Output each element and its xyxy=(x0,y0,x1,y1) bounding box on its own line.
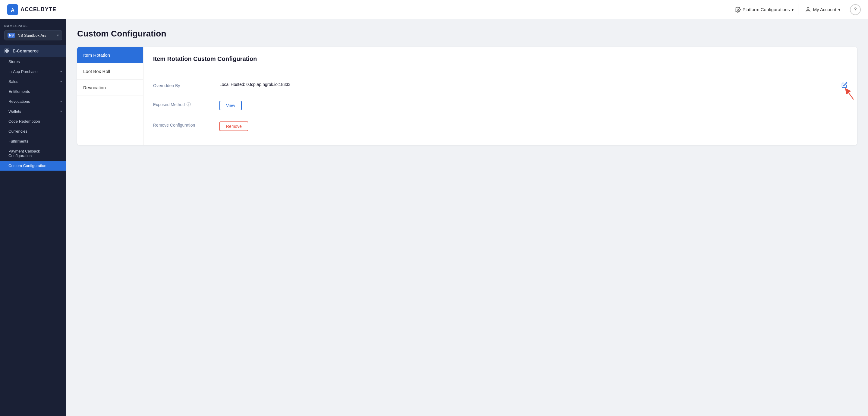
svg-rect-7 xyxy=(7,52,9,53)
config-row-overridden-by: Overridden By Local Hosted: 0.tcp.ap.ngr… xyxy=(153,77,847,95)
view-button[interactable]: View xyxy=(219,101,242,110)
exposed-method-value: View xyxy=(219,101,847,110)
config-row-remove: Remove Configuration Remove xyxy=(153,116,847,137)
exposed-method-label: Exposed Method ⓘ xyxy=(153,101,213,107)
sidebar-item-stores[interactable]: Stores xyxy=(0,57,66,67)
platform-configurations-chevron: ▾ xyxy=(792,7,794,12)
overridden-by-label: Overridden By xyxy=(153,82,213,88)
sidebar-item-payment-callback[interactable]: Payment Callback Configuration xyxy=(0,146,66,161)
sidebar-item-revocations[interactable]: Revocations ▾ xyxy=(0,96,66,107)
svg-rect-5 xyxy=(7,49,9,50)
svg-line-9 xyxy=(847,90,854,99)
overridden-by-value: Local Hosted: 0.tcp.ap.ngrok.io:18333 xyxy=(219,82,835,87)
sales-chevron-icon: ▾ xyxy=(60,80,62,84)
logo-icon: A xyxy=(7,4,18,15)
remove-button[interactable]: Remove xyxy=(219,121,248,131)
page-title: Custom Configuration xyxy=(77,29,857,38)
sidebar: NAMESPACE NS NS Sandbox Ars ▾ E-Commerce… xyxy=(0,19,66,416)
platform-configurations-label: Platform Configurations xyxy=(743,7,790,12)
svg-rect-4 xyxy=(5,49,6,50)
sidebar-item-in-app-purchase[interactable]: In-App Purchase ▾ xyxy=(0,67,66,77)
tab-loot-box-roll[interactable]: Loot Box Roll xyxy=(77,63,143,80)
ecommerce-section: E-Commerce Stores In-App Purchase ▾ Sale… xyxy=(0,43,66,172)
tab-item-rotation[interactable]: Item Rotation xyxy=(77,47,143,63)
ecommerce-label: E-Commerce xyxy=(13,49,38,53)
namespace-section: NAMESPACE NS NS Sandbox Ars ▾ xyxy=(0,19,66,43)
svg-text:A: A xyxy=(11,7,14,13)
user-icon xyxy=(805,7,811,13)
namespace-selector[interactable]: NS NS Sandbox Ars ▾ xyxy=(4,30,62,40)
sidebar-item-code-redemption[interactable]: Code Redemption xyxy=(0,116,66,126)
logo-text: ACCELBYTE xyxy=(21,6,56,13)
remove-configuration-label: Remove Configuration xyxy=(153,121,213,127)
sidebar-item-sales[interactable]: Sales ▾ xyxy=(0,77,66,87)
pencil-icon xyxy=(841,82,847,88)
sidebar-item-fulfillments[interactable]: Fulfillments xyxy=(0,136,66,146)
revocations-chevron-icon: ▾ xyxy=(60,99,62,103)
header: A ACCELBYTE Platform Configurations ▾ My… xyxy=(0,0,868,19)
in-app-chevron-icon: ▾ xyxy=(60,70,62,73)
tab-revocation[interactable]: Revocation xyxy=(77,80,143,96)
platform-configurations-button[interactable]: Platform Configurations ▾ xyxy=(731,4,799,15)
namespace-badge: NS xyxy=(7,33,15,38)
my-account-chevron: ▾ xyxy=(838,7,841,12)
left-tabs: Item Rotation Loot Box Roll Revocation xyxy=(77,47,144,145)
my-account-label: My Account xyxy=(813,7,836,12)
grid-icon xyxy=(4,48,10,54)
svg-rect-6 xyxy=(5,52,6,53)
help-button[interactable]: ? xyxy=(850,4,861,15)
sidebar-item-ecommerce[interactable]: E-Commerce xyxy=(0,45,66,57)
wallets-chevron-icon: ▾ xyxy=(60,110,62,113)
config-row-exposed-method: Exposed Method ⓘ View xyxy=(153,95,847,116)
namespace-label: NAMESPACE xyxy=(4,24,62,28)
panel-title: Item Rotation Custom Configuration xyxy=(153,56,847,68)
svg-point-3 xyxy=(807,7,809,9)
logo: A ACCELBYTE xyxy=(7,4,731,15)
right-panel: Item Rotation Custom Configuration Overr… xyxy=(144,47,857,145)
main-content: Custom Configuration Item Rotation Loot … xyxy=(66,19,868,416)
namespace-chevron-icon: ▾ xyxy=(57,33,59,37)
overridden-by-actions xyxy=(841,82,847,90)
info-icon[interactable]: ⓘ xyxy=(187,102,191,107)
sidebar-item-entitlements[interactable]: Entitlements xyxy=(0,87,66,96)
gear-icon xyxy=(735,7,741,13)
svg-point-2 xyxy=(737,9,738,10)
edit-overridden-button[interactable] xyxy=(841,82,847,90)
sidebar-item-currencies[interactable]: Currencies xyxy=(0,126,66,136)
header-right: Platform Configurations ▾ My Account ▾ ? xyxy=(731,4,861,15)
my-account-button[interactable]: My Account ▾ xyxy=(801,4,845,15)
remove-configuration-value: Remove xyxy=(219,121,847,131)
content-area: Item Rotation Loot Box Roll Revocation I… xyxy=(77,47,857,145)
layout: NAMESPACE NS NS Sandbox Ars ▾ E-Commerce… xyxy=(0,19,868,416)
sidebar-item-custom-configuration[interactable]: Custom Configuration xyxy=(0,161,66,171)
sidebar-item-wallets[interactable]: Wallets ▾ xyxy=(0,107,66,116)
namespace-name: NS Sandbox Ars xyxy=(18,33,55,38)
